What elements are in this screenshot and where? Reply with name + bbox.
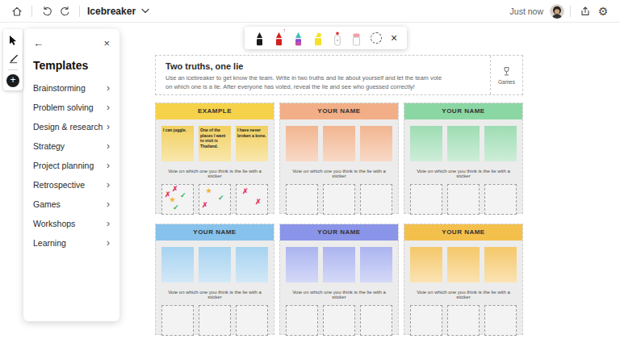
sticky-note[interactable]	[161, 247, 194, 282]
avatar[interactable]	[550, 4, 564, 19]
sticky-note[interactable]	[360, 247, 392, 282]
black-pen-button[interactable]	[254, 30, 265, 46]
card-header[interactable]: YOUR NAME	[404, 103, 522, 119]
check-sticker-icon[interactable]: ✓	[180, 192, 186, 199]
sidebar-item-retrospective[interactable]: Retrospective›	[33, 175, 110, 195]
divider	[8, 69, 18, 70]
close-icon[interactable]: ×	[103, 37, 110, 49]
card-example: EXAMPLE I can juggle. One of the places …	[155, 103, 274, 214]
undo-button[interactable]	[38, 2, 56, 20]
vote-box[interactable]	[360, 305, 392, 336]
sticky-note[interactable]: One of the places I want to visit is Tha…	[199, 126, 231, 161]
sticky-note[interactable]	[323, 126, 355, 161]
redo-icon	[60, 6, 70, 16]
share-button[interactable]	[576, 2, 594, 20]
vote-box[interactable]	[410, 184, 442, 215]
vote-box[interactable]: ★ ✓ ✗	[199, 184, 231, 215]
vote-box[interactable]	[447, 305, 480, 336]
card-header[interactable]: YOUR NAME	[280, 224, 398, 241]
sidebar-item-games[interactable]: Games›	[33, 195, 110, 214]
sticky-note[interactable]	[286, 126, 318, 161]
title-dropdown[interactable]	[139, 2, 152, 20]
vote-box[interactable]	[447, 184, 480, 215]
undo-icon	[42, 6, 52, 16]
panel-title: Templates	[33, 59, 110, 72]
sticky-note[interactable]: I have never broken a bone.	[236, 126, 268, 161]
sticky-note[interactable]	[410, 247, 442, 282]
add-content-button[interactable]: +	[6, 74, 19, 87]
star-sticker-icon[interactable]: ★	[170, 197, 175, 203]
vote-box[interactable]	[161, 305, 194, 336]
sidebar-item-learning[interactable]: Learning›	[33, 233, 110, 253]
lasso-select-button[interactable]	[371, 32, 382, 44]
sidebar-item-project-planning[interactable]: Project planning›	[33, 156, 110, 175]
item-label: Retrospective	[33, 180, 85, 190]
item-label: Workshops	[33, 219, 75, 228]
vote-box[interactable]	[286, 305, 318, 336]
sticky-note[interactable]	[410, 126, 442, 161]
sidebar-item-workshops[interactable]: Workshops›	[33, 214, 110, 233]
select-tool-button[interactable]	[6, 32, 20, 47]
sticky-note[interactable]	[447, 247, 480, 282]
laser-pointer-button[interactable]	[333, 30, 342, 46]
cross-sticker-icon[interactable]: ✗	[172, 186, 178, 193]
sticky-note[interactable]	[236, 247, 268, 282]
vote-box[interactable]: ✗ ✗	[236, 184, 268, 215]
document-title[interactable]: Icebreaker	[87, 6, 136, 17]
vote-box[interactable]	[484, 184, 517, 215]
vote-box[interactable]: ✗ ✗ ✓ ★ ✓	[161, 184, 194, 215]
redo-button[interactable]	[56, 2, 73, 20]
card-header[interactable]: EXAMPLE	[156, 103, 274, 119]
sticky-note[interactable]	[484, 126, 517, 161]
card-header[interactable]: YOUR NAME	[404, 224, 522, 241]
sidebar-item-design-research[interactable]: Design & research›	[33, 117, 110, 136]
eraser-icon	[351, 31, 362, 46]
sticky-note[interactable]	[286, 247, 318, 282]
back-arrow-icon[interactable]: ←	[33, 37, 44, 49]
template-category-badge: Games	[490, 56, 522, 94]
vote-caption: Vote on which one you think is the lie w…	[161, 169, 268, 178]
divider	[79, 6, 80, 17]
sticky-note[interactable]	[484, 247, 517, 282]
check-sticker-icon[interactable]: ✓	[173, 204, 179, 211]
templates-panel: ← × Templates Brainstorming› Problem sol…	[23, 29, 119, 321]
vote-box[interactable]	[410, 305, 442, 336]
vote-box[interactable]	[484, 305, 517, 336]
share-icon	[580, 6, 591, 17]
cross-sticker-icon[interactable]: ✗	[202, 202, 208, 209]
vote-caption: Vote on which one you think is the lie w…	[286, 290, 392, 299]
top-bar: Icebreaker Just now ⚙	[0, 0, 620, 23]
sidebar-item-problem-solving[interactable]: Problem solving›	[33, 98, 110, 117]
cross-sticker-icon[interactable]: ✗	[255, 199, 262, 206]
sticky-note[interactable]	[199, 247, 231, 282]
star-sticker-icon[interactable]: ★	[206, 188, 212, 195]
card-header[interactable]: YOUR NAME	[156, 224, 274, 241]
vote-box[interactable]	[323, 184, 355, 215]
red-pen-icon	[274, 31, 284, 46]
cross-sticker-icon[interactable]: ✗	[242, 188, 249, 195]
vote-box[interactable]	[199, 305, 231, 336]
sidebar-item-brainstorming[interactable]: Brainstorming›	[33, 78, 110, 98]
red-pen-button[interactable]: ↑	[274, 30, 284, 46]
check-sticker-icon[interactable]: ✓	[218, 195, 224, 202]
vote-box[interactable]	[236, 305, 268, 336]
card-header[interactable]: YOUR NAME	[280, 103, 398, 119]
sticky-note[interactable]	[360, 126, 392, 161]
home-button[interactable]	[8, 2, 26, 20]
close-pen-toolbar-icon[interactable]: ×	[391, 32, 397, 44]
vote-box[interactable]	[286, 184, 318, 215]
chevron-down-icon	[141, 8, 149, 14]
sidebar-item-strategy[interactable]: Strategy›	[33, 136, 110, 156]
sticky-note[interactable]	[447, 126, 480, 161]
chevron-right-icon: ›	[107, 179, 110, 190]
pen-tool-button[interactable]	[6, 51, 20, 65]
sticky-note[interactable]: I can juggle.	[161, 126, 194, 161]
chevron-right-icon: ›	[107, 102, 110, 113]
highlighter-button[interactable]	[312, 30, 324, 46]
eraser-button[interactable]	[351, 30, 362, 46]
galaxy-pen-button[interactable]	[293, 30, 304, 46]
sticky-note[interactable]	[323, 247, 355, 282]
settings-button[interactable]: ⚙	[594, 2, 612, 20]
vote-box[interactable]	[323, 305, 355, 336]
vote-box[interactable]	[360, 184, 392, 215]
